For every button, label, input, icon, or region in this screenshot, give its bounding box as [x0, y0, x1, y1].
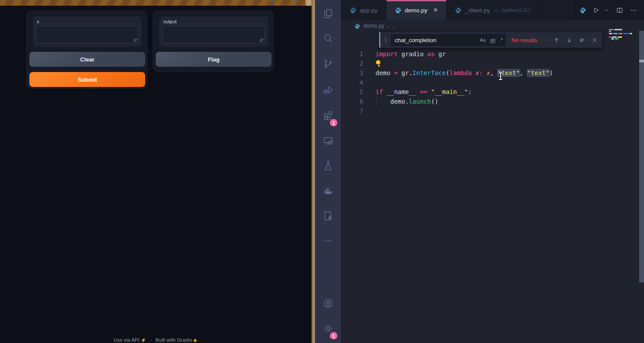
minimap-segment	[609, 31, 611, 32]
token-fg	[483, 69, 487, 76]
find-in-selection-button[interactable]	[579, 37, 585, 43]
minimap-segment	[623, 33, 629, 34]
breadcrumb-file[interactable]: demo.py	[363, 23, 384, 29]
token-fg: gr.	[398, 69, 413, 76]
token-fg: gr	[435, 51, 446, 58]
lightbulb-icon[interactable]	[376, 60, 381, 67]
find-results-status: No results	[512, 37, 537, 43]
use-via-api-link[interactable]: Use via API	[113, 337, 139, 343]
split-editor-button[interactable]	[616, 7, 623, 14]
line-number: 2	[341, 59, 363, 69]
mouse-ibeam-cursor	[498, 72, 503, 80]
token-kw: =	[394, 69, 397, 76]
badge: 1	[330, 332, 337, 339]
find-input-wrap: Aa ab .*	[391, 34, 506, 46]
run-python-file-button[interactable]	[593, 7, 600, 14]
activity-bar: 11	[315, 0, 341, 343]
activity-item-file-gear[interactable]	[315, 206, 341, 227]
tab-demo.py[interactable]: demo.py×	[386, 0, 447, 20]
minimap-segment	[609, 29, 613, 30]
activity-item-more[interactable]	[315, 231, 341, 252]
match-case-toggle[interactable]: Aa	[479, 37, 486, 43]
progress-bar-end	[306, 0, 311, 6]
tab-app.py[interactable]: app.py	[341, 0, 386, 20]
tab-label: _client.py	[465, 7, 490, 14]
close-find-widget-button[interactable]	[591, 37, 598, 43]
tab-description: ~/.../python3.11/...	[494, 7, 534, 13]
breadcrumb-symbol[interactable]: ...	[392, 23, 397, 29]
activity-item-remote-explorer[interactable]	[315, 131, 341, 152]
flag-button[interactable]: Flag	[156, 52, 272, 67]
whole-word-toggle[interactable]: ab	[490, 37, 496, 43]
python-file-icon	[455, 7, 462, 14]
minimap-line	[609, 29, 622, 30]
minimap-line	[609, 31, 611, 32]
token-kw: lambda	[450, 69, 472, 76]
output-textarea[interactable]	[162, 25, 265, 43]
python-interpreter-icon	[580, 7, 586, 14]
minimap-segment	[630, 33, 632, 34]
token-fg: ()	[431, 98, 438, 105]
activity-item-account[interactable]	[315, 294, 341, 315]
output-block: output	[159, 16, 268, 47]
clear-button[interactable]: Clear	[29, 52, 145, 67]
account-icon	[322, 298, 334, 311]
line-number: 4	[341, 78, 363, 87]
built-with-gradio-link[interactable]: Built with Gradio	[155, 337, 192, 343]
line-number: 1	[341, 49, 363, 59]
output-group: output Flag	[153, 11, 274, 72]
token-fg: gradio	[398, 51, 427, 58]
line-content: demo.launch()	[376, 97, 438, 106]
find-nav	[553, 37, 598, 43]
minimap-line	[609, 36, 622, 38]
code-editor[interactable]: 1import gradio as gr23demo = gr.Interfac…	[341, 32, 644, 343]
activity-item-explorer[interactable]	[315, 4, 341, 25]
python-file-icon	[350, 7, 356, 14]
regex-toggle[interactable]: .*	[499, 37, 503, 43]
minimap-segment	[615, 38, 619, 40]
editor-tab-bar: app.pydemo.py×_client.py~/.../python3.11…	[341, 0, 644, 20]
tab-_client.py[interactable]: _client.py~/.../python3.11/...	[447, 0, 543, 20]
activity-item-settings[interactable]: 1	[315, 319, 341, 340]
activity-item-search[interactable]	[315, 29, 341, 50]
tabs-container: app.pydemo.py×_client.py~/.../python3.11…	[341, 0, 542, 20]
input-label: x	[37, 19, 39, 24]
previous-match-button[interactable]	[553, 37, 560, 43]
run-options-dropdown-icon[interactable]	[607, 7, 609, 13]
api-plug-icon: ⚡	[141, 338, 146, 343]
token-kw: ==	[420, 88, 427, 95]
activity-item-extensions[interactable]: 1	[315, 106, 341, 127]
more-actions-button[interactable]	[630, 7, 637, 14]
submit-button[interactable]: Submit	[29, 72, 145, 87]
next-match-button[interactable]	[566, 37, 572, 43]
minimap-segment	[619, 33, 623, 34]
explorer-icon	[322, 8, 334, 21]
activity-item-run-debug[interactable]	[315, 80, 341, 101]
token-fg: __name__	[383, 88, 420, 95]
input-textarea[interactable]	[36, 25, 139, 43]
activity-item-docker[interactable]	[315, 181, 341, 202]
breadcrumb[interactable]: demo.py › ...	[341, 20, 644, 32]
activity-item-testing[interactable]	[315, 156, 341, 177]
indent-guide	[376, 97, 376, 106]
activity-item-source-control[interactable]	[315, 54, 341, 75]
tab-label: demo.py	[405, 7, 428, 14]
testing-icon	[322, 160, 334, 173]
run-debug-icon	[322, 84, 334, 97]
code-line-2: 2	[341, 59, 644, 69]
minimap-segment	[614, 29, 622, 30]
toggle-replace-icon[interactable]	[380, 38, 391, 43]
overview-ruler-cursor-mark	[639, 60, 644, 62]
gradio-app: x Clear Submit output Flag Use via API⚡·…	[0, 0, 311, 343]
tab-label: app.py	[360, 7, 378, 14]
output-label: output	[163, 19, 177, 24]
progress-tick	[271, 0, 274, 2]
minimap[interactable]	[609, 29, 634, 44]
token-kw: as	[427, 51, 435, 58]
vertical-scrollbar[interactable]	[639, 31, 644, 282]
token-sh: "text"	[527, 69, 550, 76]
close-tab-icon[interactable]: ×	[433, 7, 437, 14]
minimap-line	[611, 38, 619, 40]
code-line-6: 6 demo.launch()	[341, 97, 644, 106]
minimap-segment	[612, 36, 617, 38]
